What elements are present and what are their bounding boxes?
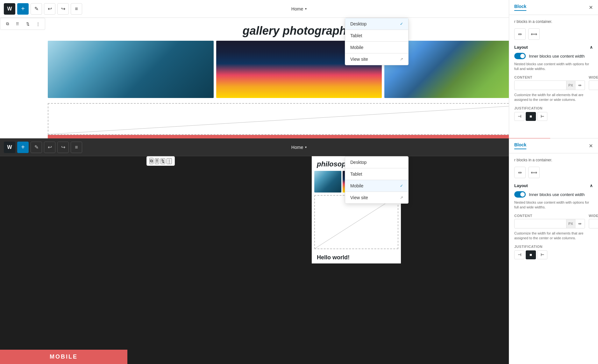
dashed-placeholder-top[interactable] — [48, 103, 550, 135]
width-row-bottom: CONTENT PX ⇔ WIDE PX ⇔ — [514, 214, 593, 228]
content-width-input-row-top: PX ⇔ — [514, 80, 585, 90]
bottom-editor: W + ✎ ↩ ↪ ≡ Home ▾ View Save — [0, 138, 598, 364]
external-link-icon: ↗ — [400, 57, 403, 61]
justification-btns-bottom: ⊣ ■ ⊢ — [514, 250, 593, 259]
more-icon-bottom: ⋮ — [167, 159, 171, 164]
dropdown-item-desktop-bottom[interactable]: Desktop — [345, 157, 408, 168]
page-heading-top: gallery photography. — [0, 18, 598, 41]
duplicate-button[interactable]: ⧉ — [3, 19, 12, 28]
wide-width-col-top: WIDE PX ⇔ — [589, 75, 598, 90]
dropdown-item-tablet-bottom[interactable]: Tablet — [345, 168, 408, 180]
list-icon: ≡ — [75, 6, 78, 12]
full-icon-btn-top[interactable]: ⟺ — [528, 28, 540, 40]
full-icon-btn-bottom[interactable]: ⟺ — [528, 167, 540, 178]
up-down-icon-bottom: ⇅ — [161, 159, 165, 164]
home-dropdown[interactable]: Home ▾ — [291, 6, 307, 11]
panel-close-top[interactable]: ✕ — [589, 4, 593, 10]
toggle-row-bottom: Inner blocks use content width — [514, 191, 593, 198]
layout-section-title-top: Layout ∧ — [514, 45, 593, 50]
dropdown-item-mobile-top[interactable]: Mobile — [345, 42, 408, 53]
toggle-desc-top: Nested blocks use content width with opt… — [514, 62, 593, 72]
redo-icon: ↪ — [61, 6, 65, 12]
images-row-top — [0, 41, 598, 103]
undo-button[interactable]: ↩ — [44, 3, 55, 15]
dropdown-item-tablet-top[interactable]: Tablet — [345, 30, 408, 41]
toggle-inner-blocks-top[interactable] — [514, 53, 526, 59]
dropdown-item-viewsite-bottom[interactable]: View site ↗ — [345, 192, 408, 203]
undo-icon-bottom: ↩ — [48, 144, 52, 150]
home-dropdown-bottom[interactable]: Home ▾ — [291, 145, 307, 150]
content-lock-btn-bottom[interactable]: ⇔ — [575, 219, 585, 228]
justify-center-btn-top[interactable]: ■ — [526, 112, 536, 121]
dropdown-item-mobile-bottom[interactable]: Mobile ✓ — [345, 180, 408, 192]
justify-center-btn-bottom[interactable]: ■ — [526, 250, 536, 259]
arrows-button-bottom[interactable]: ⇅ — [160, 158, 165, 164]
dropdown-label-viewsite-bottom: View site — [350, 195, 368, 200]
more-button-bottom[interactable]: ⋮ — [167, 158, 172, 164]
arrows-button[interactable]: ⇅ — [23, 19, 32, 28]
layout-label-top: Layout — [514, 45, 528, 50]
check-icon-desktop: ✓ — [400, 22, 403, 26]
wide-icon-btn-bottom[interactable]: ⇔ — [514, 167, 526, 178]
mobile-banner: MOBILE — [0, 350, 127, 364]
move-button-bottom[interactable]: ⠿ — [155, 158, 159, 164]
move-icon: ⠿ — [16, 22, 19, 26]
block-tab-top[interactable]: Block — [514, 4, 526, 11]
mobile-world-text: Hello world! — [312, 252, 401, 263]
more-button[interactable]: ⋮ — [33, 19, 42, 28]
list-view-button-bottom[interactable]: ≡ — [71, 142, 82, 153]
justify-left-btn-bottom[interactable]: ⊣ — [514, 250, 524, 259]
check-icon-mobile-bottom: ✓ — [400, 184, 403, 188]
justify-left-btn-top[interactable]: ⊣ — [514, 112, 524, 121]
view-dropdown-bottom: Desktop Tablet Mobile ✓ View site ↗ — [345, 156, 409, 204]
redo-button-bottom[interactable]: ↪ — [57, 142, 69, 153]
wide-width-label-top: WIDE — [589, 75, 598, 79]
undo-button-bottom[interactable]: ↩ — [44, 142, 55, 153]
block-tab-bottom[interactable]: Block — [514, 142, 526, 149]
wp-logo[interactable]: W — [4, 3, 15, 15]
toolbar-left: W + ✎ ↩ ↪ ≡ — [4, 3, 82, 15]
home-label: Home — [291, 6, 303, 11]
add-block-button-bottom[interactable]: + — [17, 142, 29, 153]
toggle-label-top: Inner blocks use content width — [529, 54, 585, 59]
mobile-image-ocean[interactable] — [314, 171, 341, 192]
duplicate-icon-bottom: ⧉ — [150, 158, 153, 163]
content-width-input-bottom[interactable] — [514, 219, 566, 228]
wide-icon-btn-top[interactable]: ⇔ — [514, 28, 526, 40]
pencil-button-bottom[interactable]: ✎ — [31, 142, 42, 153]
layout-section-title-bottom: Layout ∧ — [514, 183, 593, 188]
dropdown-label-tablet-bottom: Tablet — [350, 172, 362, 177]
list-view-button[interactable]: ≡ — [71, 3, 82, 15]
dropdown-item-desktop-top[interactable]: Desktop ✓ — [345, 18, 408, 30]
image-ocean[interactable] — [48, 41, 214, 98]
content-width-input-top[interactable] — [514, 80, 566, 90]
justification-label-top: JUSTIFICATION — [514, 106, 593, 110]
wide-width-input-bottom[interactable] — [589, 219, 598, 228]
mobile-canvas: philosophy. Hello world! — [0, 156, 598, 263]
panel-body-top: r blocks in a container. ⇔ ⟺ Layout ∧ In… — [509, 15, 598, 125]
panel-close-bottom[interactable]: ✕ — [589, 143, 593, 149]
pencil-icon: ✎ — [34, 6, 39, 12]
wide-width-input-top[interactable] — [589, 80, 598, 90]
pencil-button[interactable]: ✎ — [31, 3, 42, 15]
dropdown-label-desktop: Desktop — [350, 21, 367, 26]
content-px-top: PX — [566, 80, 575, 90]
justify-right-btn-top[interactable]: ⊢ — [537, 112, 547, 121]
content-width-input-row-bottom: PX ⇔ — [514, 219, 585, 228]
justify-right-btn-bottom[interactable]: ⊢ — [537, 250, 547, 259]
content-lock-btn-top[interactable]: ⇔ — [575, 80, 585, 90]
wp-logo-bottom[interactable]: W — [4, 142, 15, 153]
add-block-button[interactable]: + — [17, 3, 29, 15]
move-button[interactable]: ⠿ — [13, 19, 22, 28]
content-px-bottom: PX — [566, 219, 575, 228]
redo-button[interactable]: ↪ — [57, 3, 69, 15]
layout-chevron-bottom: ∧ — [590, 183, 593, 188]
panel-description-top: r blocks in a container. — [514, 19, 593, 24]
duplicate-button-bottom[interactable]: ⧉ — [149, 158, 153, 164]
dropdown-item-viewsite-top[interactable]: View site ↗ — [345, 53, 408, 65]
toggle-inner-blocks-bottom[interactable] — [514, 191, 526, 198]
right-panel-bottom: Block ✕ r blocks in a container. ⇔ ⟺ Lay… — [509, 138, 598, 364]
redo-icon-bottom: ↪ — [61, 144, 65, 150]
panel-icons-row-top: ⇔ ⟺ — [514, 28, 593, 40]
dropdown-label-viewsite: View site — [350, 57, 368, 62]
